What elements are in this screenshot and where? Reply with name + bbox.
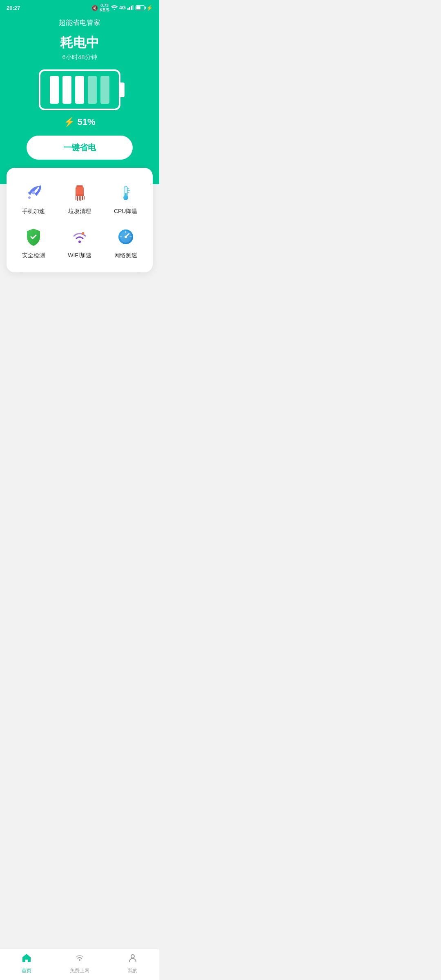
- feature-item-security[interactable]: 安全检测: [11, 222, 57, 266]
- thermometer-icon: [115, 182, 137, 204]
- feature-label-network: 网络测速: [114, 252, 137, 259]
- feature-card: 手机加速 垃圾清理: [7, 168, 153, 272]
- svg-rect-5: [76, 185, 83, 187]
- gray-area: [0, 279, 159, 418]
- lightning-icon: ⚡: [64, 117, 75, 127]
- mute-icon: 🔇: [91, 5, 98, 11]
- battery-indicator: [136, 5, 145, 10]
- svg-rect-2: [131, 6, 132, 10]
- feature-label-accelerate: 手机加速: [22, 208, 45, 215]
- svg-rect-8: [76, 196, 76, 200]
- one-key-save-button[interactable]: 一键省电: [27, 136, 133, 160]
- feature-label-wifi: WIFI加速: [68, 252, 91, 259]
- battery-bar-5: [100, 76, 109, 104]
- status-right: 🔇 0.73 KB/S 4G ⚡: [91, 3, 153, 12]
- cellular-icon: 4G: [119, 5, 126, 11]
- feature-label-cpu: CPU降温: [114, 208, 138, 215]
- battery-bar-4: [88, 76, 97, 104]
- app-title: 超能省电管家: [8, 18, 151, 27]
- feature-item-cpu[interactable]: CPU降温: [102, 178, 149, 222]
- battery-graphic: [8, 69, 151, 110]
- broom-icon: [69, 182, 91, 204]
- feature-item-network[interactable]: 网络测速: [102, 222, 149, 266]
- network-speed: 0.73 KB/S: [100, 3, 109, 12]
- green-header: 超能省电管家 耗电中 6小时48分钟 ⚡ 51% 一键省电: [0, 14, 159, 184]
- feature-label-clean: 垃圾清理: [68, 208, 91, 215]
- svg-rect-7: [76, 194, 84, 196]
- battery-bar-3: [75, 76, 84, 104]
- wifi-icon: [111, 5, 118, 11]
- svg-rect-1: [129, 7, 130, 10]
- svg-point-20: [78, 241, 81, 243]
- battery-bar-2: [62, 76, 71, 104]
- svg-point-24: [125, 236, 127, 238]
- feature-label-security: 安全检测: [22, 252, 45, 259]
- battery-bar-1: [50, 76, 59, 104]
- feature-item-wifi[interactable]: WIFI加速: [57, 222, 103, 266]
- svg-rect-13: [84, 196, 85, 200]
- battery-time: 6小时48分钟: [8, 53, 151, 61]
- speedometer-icon: [115, 226, 137, 248]
- svg-point-4: [32, 191, 35, 194]
- wifi-boost-icon: [69, 226, 91, 248]
- charging-icon: ⚡: [146, 5, 153, 11]
- feature-item-clean[interactable]: 垃圾清理: [57, 178, 103, 222]
- battery-percent-value: 51%: [77, 117, 95, 127]
- svg-rect-12: [82, 196, 83, 200]
- svg-point-16: [123, 195, 128, 200]
- feature-grid: 手机加速 垃圾清理: [11, 178, 149, 266]
- feature-item-accelerate[interactable]: 手机加速: [11, 178, 57, 222]
- svg-rect-11: [80, 196, 81, 201]
- status-bar: 20:27 🔇 0.73 KB/S 4G ⚡: [0, 0, 159, 14]
- svg-rect-10: [79, 196, 80, 200]
- svg-rect-3: [132, 5, 134, 10]
- battery-percent-display: ⚡ 51%: [8, 117, 151, 127]
- shield-icon: [22, 226, 45, 248]
- svg-rect-9: [77, 196, 78, 201]
- signal-bars: [127, 5, 134, 11]
- status-time: 20:27: [7, 5, 20, 11]
- svg-rect-0: [127, 8, 129, 10]
- battery-status-text: 耗电中: [8, 34, 151, 52]
- rocket-icon: [22, 182, 45, 204]
